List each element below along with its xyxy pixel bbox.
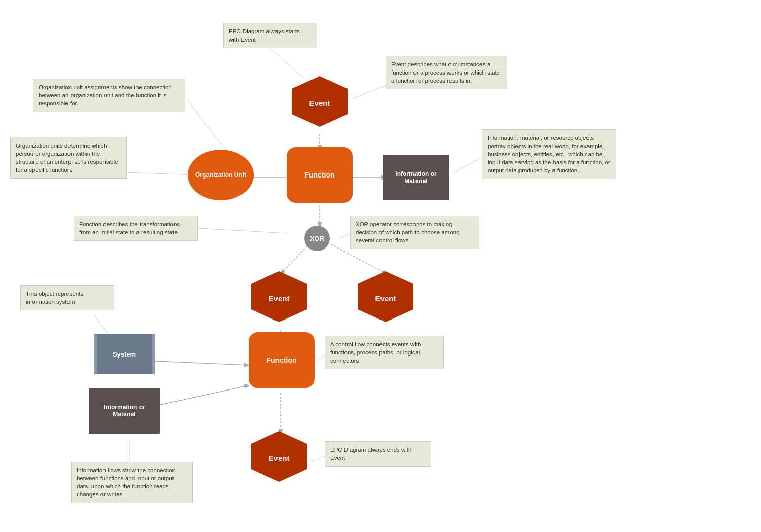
function-main-container: Function [287, 147, 353, 203]
system-node: System [94, 334, 155, 374]
svg-text:Event: Event [269, 294, 290, 303]
svg-line-12 [187, 99, 223, 147]
svg-text:Event: Event [375, 294, 396, 303]
system-container: System [94, 334, 155, 374]
annotation-function-desc: Function describes the transformations f… [74, 216, 198, 241]
event-bottom-shape: Event [249, 429, 309, 484]
annotation-xor-desc: XOR operator corresponds to making decis… [350, 216, 479, 249]
svg-line-20 [311, 456, 325, 462]
event-right-shape: Event [355, 269, 416, 325]
svg-line-14 [454, 157, 482, 172]
info-bottom: Information or Material [89, 388, 160, 434]
event-top-shape: Event [289, 74, 350, 129]
xor-container: XOR [304, 226, 330, 251]
org-unit: Organization Unit [188, 150, 254, 200]
svg-text:Event: Event [309, 99, 330, 108]
svg-text:Event: Event [269, 454, 290, 463]
info-bottom-container: Information or Material [89, 388, 160, 434]
info-main: Information or Material [383, 155, 449, 200]
svg-line-15 [198, 228, 287, 233]
annotation-epc-ends: EPC Diagram always ends with Event [325, 441, 431, 467]
event-bottom-container: Event [249, 429, 309, 486]
annotation-org-assignment: Organization unit assignments show the c… [33, 79, 185, 112]
annotation-info-material: Information, material, or resource objec… [482, 129, 616, 179]
annotation-event-desc: Event describes what circumstances a fun… [386, 56, 507, 89]
info-main-container: Information or Material [383, 155, 449, 200]
event-left-container: Event [249, 269, 309, 326]
annotation-epc-starts: EPC Diagram always starts with Event [223, 23, 317, 48]
event-left-shape: Event [249, 269, 309, 325]
event-top-container: Event [289, 74, 350, 131]
annotation-info-flows: Information flows show the connection be… [71, 462, 193, 503]
event-right-container: Event [355, 269, 416, 326]
xor-node: XOR [304, 226, 330, 251]
org-unit-container: Organization Unit [188, 150, 254, 200]
svg-line-18 [316, 355, 325, 363]
annotation-control-flow: A control flow connects events with func… [325, 336, 444, 369]
function-bottom: Function [249, 332, 315, 388]
diagram: EPC Diagram always starts with Event Eve… [0, 0, 761, 532]
svg-line-13 [127, 172, 195, 175]
function-main: Function [287, 147, 353, 203]
function-bottom-container: Function [249, 332, 315, 388]
annotation-system-desc: This object represents information syste… [20, 285, 114, 310]
annotation-org-unit-desc: Organization units determine which perso… [10, 137, 127, 179]
svg-line-16 [337, 233, 350, 239]
